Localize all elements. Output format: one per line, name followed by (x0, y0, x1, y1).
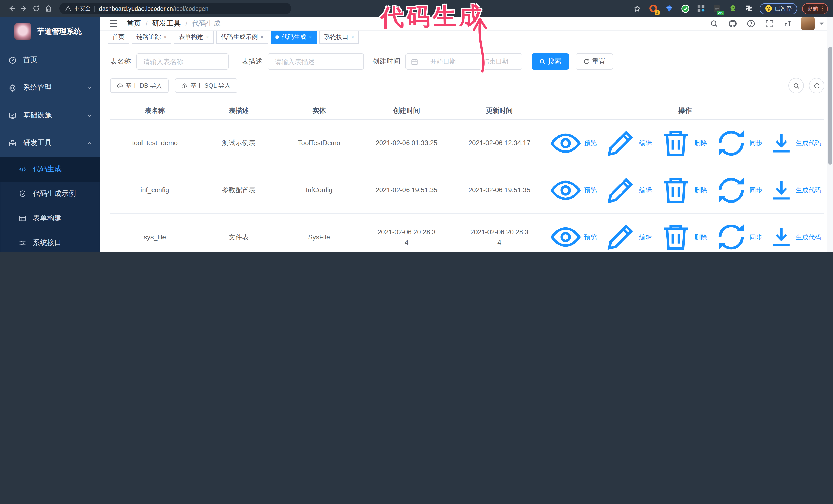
scrollbar-thumb[interactable] (828, 47, 832, 165)
sidebar-item-infra[interactable]: 基础设施 (0, 101, 100, 129)
cell-desc: 文件表 (199, 225, 278, 249)
preview-link[interactable]: 预览 (549, 173, 597, 207)
update-button-label: 更新 (807, 5, 818, 12)
tab-form-builder[interactable]: 表单构建× (174, 31, 214, 44)
browser-home-button[interactable] (42, 2, 54, 15)
cell-desc: 参数配置表 (199, 178, 278, 202)
extensions-area: 1 on (648, 2, 754, 15)
table-name-input[interactable] (142, 57, 222, 66)
tab-codegen-demo[interactable]: 代码生成示例× (216, 31, 268, 44)
tab-tracing[interactable]: 链路追踪× (132, 31, 171, 44)
sync-link[interactable]: 同步 (714, 173, 762, 207)
breadcrumb-item[interactable]: 研发工具 (152, 19, 181, 28)
sidebar-subitem-system-api[interactable]: 系统接口 (0, 231, 100, 252)
app-title: 芋道管理系统 (37, 27, 81, 37)
github-link-button[interactable] (727, 18, 739, 30)
url-path: /tool/codegen (173, 5, 208, 11)
browser-back-button[interactable] (5, 2, 18, 15)
date-range-picker[interactable]: 开始日期 - 结束日期 (405, 53, 522, 70)
cell-name: tool_test_demo (110, 131, 199, 155)
close-icon[interactable]: × (164, 34, 167, 40)
url-bar[interactable]: 不安全 dashboard.yudao.iocoder.cn/tool/code… (60, 3, 291, 14)
puzzle-icon (744, 4, 753, 13)
table-desc-label: 表描述 (242, 57, 262, 66)
reset-button[interactable]: 重置 (576, 53, 613, 70)
extension-grid-button[interactable] (695, 2, 707, 15)
app-logo[interactable]: 芋道管理系统 (0, 17, 100, 46)
download-icon (769, 225, 793, 249)
extension-gem-button[interactable] (664, 2, 675, 15)
sync-link[interactable]: 同步 (714, 127, 762, 160)
search-button[interactable]: 搜索 (531, 53, 569, 70)
font-size-button[interactable] (782, 18, 794, 30)
close-icon[interactable]: × (206, 34, 209, 40)
browser-update-button[interactable]: 更新 (802, 3, 828, 14)
preview-link[interactable]: 预览 (549, 127, 597, 160)
extension-onoff-button[interactable]: on (711, 2, 722, 15)
delete-link[interactable]: 删除 (659, 221, 707, 252)
cell-entity: ToolTestDemo (278, 131, 360, 155)
refresh-table-button[interactable] (809, 78, 824, 93)
extension-check-button[interactable] (680, 2, 691, 15)
form-icon (19, 215, 26, 222)
user-avatar[interactable] (801, 17, 814, 30)
sidebar-item-devtools[interactable]: 研发工具 (0, 129, 100, 157)
download-icon (769, 131, 793, 155)
breadcrumb-item[interactable]: 首页 (127, 19, 141, 28)
tab-system-api[interactable]: 系统接口× (319, 31, 359, 44)
tab-label: 表单构建 (178, 33, 203, 42)
search-icon (793, 82, 800, 89)
tab-codegen[interactable]: 代码生成× (271, 31, 317, 44)
close-icon[interactable]: × (260, 34, 264, 40)
screen: 不安全 dashboard.yudao.iocoder.cn/tool/code… (0, 0, 833, 252)
chevron-down-icon (87, 113, 92, 118)
sidebar-subitem-label: 系统接口 (33, 238, 62, 248)
extension-green-button[interactable] (727, 2, 738, 15)
range-separator: - (468, 58, 470, 65)
preview-link[interactable]: 预览 (549, 221, 597, 252)
delete-link[interactable]: 删除 (659, 127, 707, 160)
generate-link[interactable]: 生成代码 (769, 225, 821, 249)
help-button[interactable] (745, 18, 757, 30)
trash-icon (659, 127, 692, 160)
fullscreen-button[interactable] (763, 18, 776, 30)
toggle-search-button[interactable] (788, 78, 804, 93)
extension-speeddial-button[interactable]: 1 (648, 2, 659, 15)
sidebar-toggle-button[interactable] (108, 19, 118, 29)
header-search-button[interactable] (708, 18, 720, 30)
sidebar-item-label: 研发工具 (23, 139, 80, 148)
close-icon[interactable]: × (351, 34, 355, 40)
generate-link[interactable]: 生成代码 (769, 131, 821, 155)
user-menu-button[interactable] (818, 20, 825, 27)
edit-link[interactable]: 编辑 (604, 127, 652, 160)
paused-extension-button[interactable]: 已暂停 (759, 3, 797, 14)
import-db-button[interactable]: 基于 DB 导入 (110, 78, 169, 93)
preview-link-label: 预览 (584, 138, 597, 148)
edit-link[interactable]: 编辑 (604, 173, 652, 207)
sidebar-item-system[interactable]: 系统管理 (0, 74, 100, 101)
emoji-face-icon (765, 5, 772, 12)
edit-link[interactable]: 编辑 (604, 221, 652, 252)
generate-link[interactable]: 生成代码 (769, 178, 821, 202)
cell-created: 2021-02-06 01:33:25 (360, 131, 453, 155)
sidebar-subitem-form-builder[interactable]: 表单构建 (0, 206, 100, 231)
sidebar-subitem-codegen[interactable]: 代码生成 (0, 157, 100, 182)
refresh-icon (584, 58, 590, 65)
extensions-puzzle-button[interactable] (743, 2, 754, 15)
reset-button-label: 重置 (592, 57, 605, 66)
sidebar-subitem-codegen-demo[interactable]: 代码生成示例 (0, 182, 100, 206)
browser-forward-button[interactable] (18, 2, 30, 15)
breadcrumb-item[interactable]: 代码生成 (192, 19, 221, 28)
bookmark-star-button[interactable] (631, 3, 643, 14)
browser-reload-button[interactable] (30, 2, 42, 15)
sidebar-item-home[interactable]: 首页 (0, 46, 100, 74)
table-desc-input[interactable] (274, 57, 358, 66)
sync-link[interactable]: 同步 (714, 221, 762, 252)
import-sql-button[interactable]: 基于 SQL 导入 (175, 78, 237, 93)
page-scrollbar[interactable] (827, 17, 833, 252)
cell-actions: 预览编辑删除同步生成代码 (546, 167, 824, 213)
generate-link-label: 生成代码 (795, 138, 821, 148)
delete-link[interactable]: 删除 (659, 173, 707, 207)
close-icon[interactable]: × (309, 34, 312, 40)
tab-home[interactable]: 首页 (108, 31, 129, 44)
